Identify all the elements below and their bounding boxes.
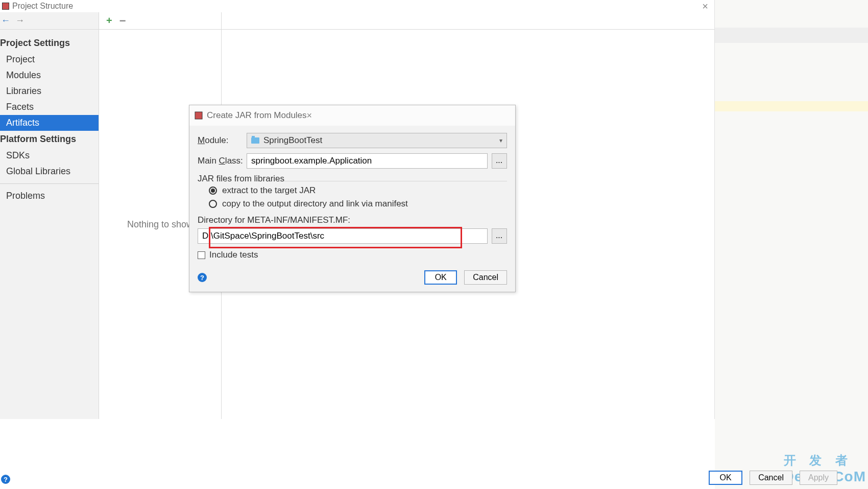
jar-files-label: JAR files from libraries [198, 174, 507, 184]
add-icon[interactable]: + [106, 15, 112, 27]
main-class-input[interactable] [247, 153, 488, 169]
module-value: SpringBootTest [263, 135, 322, 146]
include-tests-checkbox[interactable] [198, 251, 205, 259]
list-toolbar: + − [99, 12, 222, 29]
dialog-body: Module: SpringBootTest ▾ Main Class: ...… [189, 126, 515, 265]
directory-input[interactable] [198, 231, 487, 241]
window-title: Project Structure [12, 2, 73, 11]
directory-row: ... [198, 228, 507, 244]
section-project-settings: Project Settings [0, 35, 99, 52]
dialog-close-icon[interactable]: × [307, 110, 312, 121]
sidebar-item-project[interactable]: Project [0, 52, 99, 67]
chevron-down-icon: ▾ [499, 137, 502, 144]
extract-label: extract to the target JAR [222, 185, 316, 196]
dialog-title: Create JAR from Modules [207, 110, 307, 121]
sidebar-item-artifacts[interactable]: Artifacts [0, 115, 99, 131]
bg-stripe [715, 28, 868, 43]
toolbar-row: ← → + − [0, 12, 714, 30]
module-select[interactable]: SpringBootTest ▾ [247, 133, 507, 148]
dialog-app-icon [195, 111, 203, 120]
create-jar-dialog: Create JAR from Modules × Module: Spring… [189, 105, 516, 292]
bg-stripe [715, 101, 868, 111]
dialog-title-bar: Create JAR from Modules × [189, 105, 515, 126]
sidebar-item-facets[interactable]: Facets [0, 99, 99, 115]
remove-icon[interactable]: − [119, 14, 126, 28]
directory-browse-button[interactable]: ... [492, 228, 507, 244]
app-icon [2, 3, 9, 10]
directory-label: Directory for META-INF/MANIFEST.MF: [198, 215, 507, 225]
main-class-browse-button[interactable]: ... [492, 153, 507, 169]
copy-label: copy to the output directory and link vi… [222, 199, 408, 209]
cancel-button[interactable]: Cancel [750, 471, 792, 485]
section-platform-settings: Platform Settings [0, 131, 99, 148]
apply-button[interactable]: Apply [800, 471, 837, 485]
directory-input-wrap[interactable] [198, 228, 488, 244]
sidebar-item-modules[interactable]: Modules [0, 67, 99, 83]
empty-placeholder: Nothing to show [127, 219, 193, 230]
sidebar-item-sdks[interactable]: SDKs [0, 148, 99, 164]
sidebar: Project Settings Project Modules Librari… [0, 30, 99, 419]
sidebar-item-libraries[interactable]: Libraries [0, 83, 99, 99]
sidebar-item-global-libraries[interactable]: Global Libraries [0, 164, 99, 179]
dialog-footer: ? OK Cancel [189, 265, 515, 292]
sidebar-toolbar: ← → [0, 12, 99, 29]
ok-button[interactable]: OK [709, 471, 742, 485]
module-folder-icon [251, 137, 259, 144]
background-panel [715, 0, 868, 489]
main-class-label: Main Class: [198, 156, 247, 166]
dialog-ok-button[interactable]: OK [424, 270, 457, 285]
copy-radio-row[interactable]: copy to the output directory and link vi… [198, 199, 507, 209]
module-label: Module: [198, 135, 247, 146]
forward-arrow-icon[interactable]: → [15, 15, 25, 26]
radio-extract[interactable] [209, 187, 217, 195]
main-class-row: Main Class: ... [198, 153, 507, 169]
title-bar: Project Structure × [0, 0, 714, 12]
help-icon[interactable]: ? [1, 475, 10, 484]
include-tests-label: Include tests [209, 250, 258, 260]
radio-copy[interactable] [209, 200, 217, 208]
module-row: Module: SpringBootTest ▾ [198, 133, 507, 148]
sidebar-item-problems[interactable]: Problems [0, 188, 99, 204]
extract-radio-row[interactable]: extract to the target JAR [198, 185, 507, 196]
dialog-cancel-button[interactable]: Cancel [464, 270, 507, 285]
main-footer-buttons: OK Cancel Apply [709, 471, 837, 485]
svg-rect-0 [195, 112, 202, 119]
dialog-help-icon[interactable]: ? [198, 273, 207, 282]
include-tests-row[interactable]: Include tests [198, 250, 507, 260]
back-arrow-icon[interactable]: ← [1, 15, 10, 26]
close-icon[interactable]: × [698, 1, 712, 12]
